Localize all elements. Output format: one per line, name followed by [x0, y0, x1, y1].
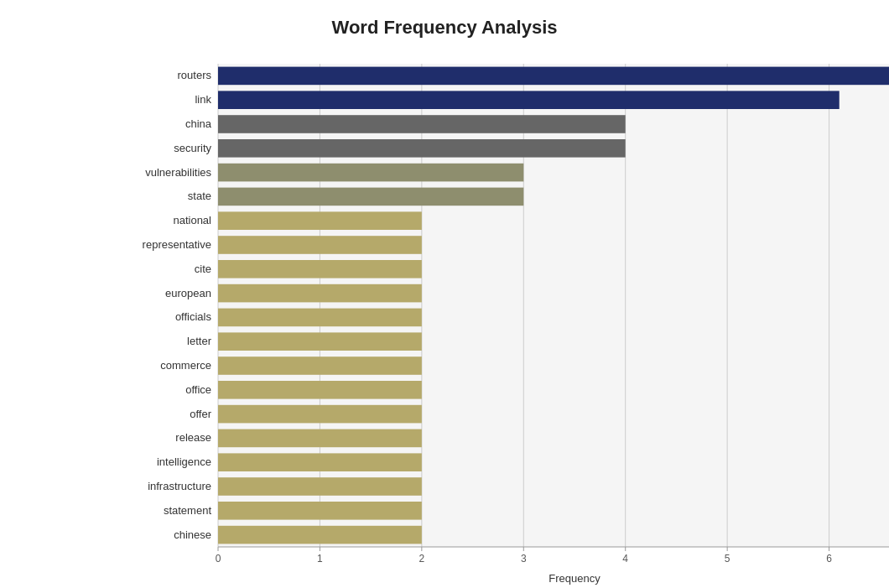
bar-infrastructure [218, 477, 422, 496]
bar-link [218, 91, 840, 109]
x-tick-2: 2 [419, 553, 425, 565]
bar-label-routers: routers [178, 69, 212, 81]
bar-label-cite: cite [195, 263, 211, 275]
bar-label-offer: offer [190, 408, 211, 420]
bar-label-security: security [174, 142, 211, 154]
svg-rect-0 [218, 64, 889, 547]
x-axis-label: Frequency [548, 572, 600, 585]
bar-intelligence [218, 453, 422, 471]
x-tick-1: 1 [317, 553, 323, 565]
bar-representative [218, 236, 422, 254]
bar-officials [218, 309, 422, 327]
bar-commerce [218, 356, 422, 375]
bar-label-commerce: commerce [160, 359, 211, 372]
bar-label-link: link [195, 93, 211, 106]
bar-label-letter: letter [187, 335, 212, 347]
bar-office [218, 381, 422, 399]
bar-security [218, 139, 626, 158]
bar-label-statement: statement [164, 504, 211, 517]
x-tick-0: 0 [216, 553, 221, 565]
bar-label-officials: officials [175, 310, 212, 323]
bar-release [218, 429, 422, 448]
bar-label-office: office [185, 383, 211, 396]
bar-label-state: state [188, 190, 211, 202]
bar-label-national: national [173, 214, 211, 226]
bar-statement [218, 502, 422, 520]
bar-label-intelligence: intelligence [157, 455, 211, 468]
bar-label-european: european [165, 287, 211, 299]
bar-offer [218, 405, 422, 424]
bar-state [218, 188, 523, 206]
bar-chart: routerslinkchinasecurityvulnerabilitiess… [109, 55, 855, 530]
bar-routers [218, 67, 889, 86]
x-tick-4: 4 [622, 553, 628, 565]
bar-chinese [218, 526, 422, 544]
bar-cite [218, 260, 422, 278]
x-tick-6: 6 [826, 553, 832, 565]
x-tick-5: 5 [725, 553, 730, 565]
bar-label-chinese: chinese [174, 528, 211, 541]
bar-european [218, 284, 422, 303]
bar-national [218, 211, 422, 230]
bar-vulnerabilities [218, 164, 523, 182]
bar-letter [218, 332, 422, 351]
bar-label-infrastructure: infrastructure [148, 480, 211, 492]
x-tick-3: 3 [521, 553, 527, 565]
bar-china [218, 115, 626, 133]
chart-container: Word Frequency Analysis routerslinkchina… [0, 0, 889, 588]
bar-label-representative: representative [143, 238, 211, 251]
chart-title: Word Frequency Analysis [34, 17, 855, 39]
bar-label-release: release [175, 431, 211, 444]
bar-label-vulnerabilities: vulnerabilities [145, 166, 211, 179]
bar-label-china: china [185, 117, 212, 130]
